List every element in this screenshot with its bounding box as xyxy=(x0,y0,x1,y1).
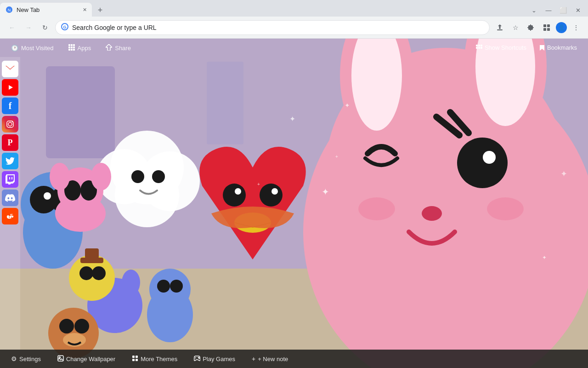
tab-dropdown-button[interactable]: ⌄ xyxy=(527,4,540,17)
cartoon-scene: ✦ ✦ ✦ ✦ ✦ + + xyxy=(0,39,588,368)
svg-point-94 xyxy=(12,121,13,122)
apps-label: Apps xyxy=(78,45,91,52)
bottom-bar: ⚙ Settings Change Wallpaper xyxy=(0,350,588,368)
layout-icon[interactable] xyxy=(540,21,553,34)
svg-rect-76 xyxy=(71,46,73,48)
svg-point-57 xyxy=(149,269,191,310)
svg-point-24 xyxy=(223,184,246,207)
sidebar-item-discord[interactable] xyxy=(2,190,18,206)
sidebar-item-twitter[interactable] xyxy=(2,153,18,169)
svg-rect-101 xyxy=(136,356,138,358)
themes-icon xyxy=(132,355,138,363)
toolbar-right: ☆ 👤 ⋮ xyxy=(493,21,582,34)
bookmark-icon[interactable]: ☆ xyxy=(509,21,522,34)
sidebar-item-facebook[interactable]: f xyxy=(2,98,18,114)
svg-rect-74 xyxy=(73,44,75,46)
play-games-label: Play Games xyxy=(203,356,235,362)
games-icon xyxy=(194,355,200,362)
svg-rect-5 xyxy=(543,24,546,27)
url-search-bar[interactable]: G Search Google or type a URL xyxy=(55,20,490,35)
svg-point-21 xyxy=(422,206,442,221)
wallpaper-icon xyxy=(57,355,64,363)
forward-button[interactable]: → xyxy=(22,21,35,34)
minimize-button[interactable]: — xyxy=(542,4,555,17)
svg-rect-100 xyxy=(132,356,135,358)
svg-text:+: + xyxy=(257,182,260,187)
address-bar: ← → ↻ G Search Google or type a URL ☆ xyxy=(0,17,588,39)
close-button[interactable]: ✕ xyxy=(571,4,584,17)
share-icon xyxy=(106,44,112,52)
svg-point-59 xyxy=(170,280,183,293)
new-tab-button[interactable]: + xyxy=(94,4,107,17)
apps-shortcut[interactable]: Apps xyxy=(65,42,95,54)
most-visited-icon: 🕐 xyxy=(11,45,18,52)
svg-rect-8 xyxy=(547,28,550,31)
maximize-button[interactable]: ⬜ xyxy=(557,4,570,17)
settings-label: Settings xyxy=(19,356,41,362)
chrome-browser: N New Tab ✕ + ⌄ — ⬜ ✕ ← → ↻ G xyxy=(0,0,588,368)
play-games-button[interactable]: Play Games xyxy=(190,353,239,364)
menu-icon[interactable]: ⋮ xyxy=(570,21,582,34)
new-note-label: + New note xyxy=(258,356,288,362)
svg-point-27 xyxy=(271,188,278,195)
svg-rect-75 xyxy=(68,46,70,48)
sidebar-item-youtube[interactable] xyxy=(2,79,18,96)
note-icon: + xyxy=(252,355,255,362)
google-icon: G xyxy=(61,23,68,32)
svg-rect-78 xyxy=(68,49,70,51)
extension-icon[interactable] xyxy=(525,21,537,34)
tab-close-button[interactable]: ✕ xyxy=(81,6,88,13)
wallpaper-background: ✦ ✦ ✦ ✦ ✦ + + xyxy=(0,39,588,368)
svg-rect-96 xyxy=(11,177,12,179)
sidebar-item-reddit[interactable] xyxy=(2,208,18,224)
svg-point-105 xyxy=(199,358,199,358)
most-visited-shortcut[interactable]: 🕐 Most Visited xyxy=(7,43,57,53)
svg-point-46 xyxy=(91,163,111,190)
sidebar-item-gmail[interactable] xyxy=(2,61,18,77)
window-controls: ⌄ — ⬜ ✕ xyxy=(524,4,588,17)
share-shortcut[interactable]: Share xyxy=(102,42,135,54)
svg-point-53 xyxy=(59,319,74,334)
svg-text:✦: ✦ xyxy=(289,115,295,123)
sidebar-item-pinterest[interactable]: P xyxy=(2,134,18,151)
svg-point-54 xyxy=(74,319,89,334)
svg-rect-6 xyxy=(547,24,550,27)
svg-rect-102 xyxy=(132,359,135,361)
new-note-button[interactable]: + + New note xyxy=(248,353,292,364)
svg-text:✦: ✦ xyxy=(560,169,567,178)
more-themes-button[interactable]: More Themes xyxy=(128,353,181,365)
svg-point-61 xyxy=(79,266,93,280)
share-icon[interactable] xyxy=(493,21,506,34)
svg-point-23 xyxy=(487,197,524,220)
profile-icon[interactable]: 👤 xyxy=(556,22,567,33)
change-wallpaper-button[interactable]: Change Wallpaper xyxy=(54,353,119,365)
tab-favicon: N xyxy=(6,6,13,13)
settings-icon: ⚙ xyxy=(11,355,17,362)
svg-text:✦: ✦ xyxy=(542,254,547,261)
svg-rect-11 xyxy=(46,66,115,158)
change-wallpaper-label: Change Wallpaper xyxy=(66,356,115,362)
back-button[interactable]: ← xyxy=(6,21,18,34)
svg-rect-12 xyxy=(207,62,243,144)
svg-rect-77 xyxy=(73,46,75,48)
main-content: ✦ ✦ ✦ ✦ ✦ + + 🕐 Most Visited xyxy=(0,39,588,368)
sidebar-item-twitch[interactable] xyxy=(2,171,18,188)
svg-rect-7 xyxy=(543,28,546,31)
svg-rect-95 xyxy=(9,177,10,179)
apps-icon xyxy=(68,44,75,52)
svg-point-25 xyxy=(260,184,283,207)
svg-rect-72 xyxy=(68,44,70,46)
tab-strip: N New Tab ✕ + xyxy=(0,0,524,17)
shortcuts-bar: 🕐 Most Visited xyxy=(0,39,588,58)
sidebar-item-instagram[interactable] xyxy=(2,116,18,132)
active-tab[interactable]: N New Tab ✕ xyxy=(0,3,92,17)
tab-title: New Tab xyxy=(17,6,77,13)
left-sidebar: f xyxy=(0,57,20,350)
most-visited-label: Most Visited xyxy=(21,45,54,52)
title-bar: N New Tab ✕ + ⌄ — ⬜ ✕ xyxy=(0,0,588,17)
svg-point-51 xyxy=(122,270,140,295)
svg-rect-79 xyxy=(71,49,73,51)
refresh-button[interactable]: ↻ xyxy=(39,21,51,34)
settings-button[interactable]: ⚙ Settings xyxy=(7,353,45,364)
svg-rect-73 xyxy=(71,44,73,46)
